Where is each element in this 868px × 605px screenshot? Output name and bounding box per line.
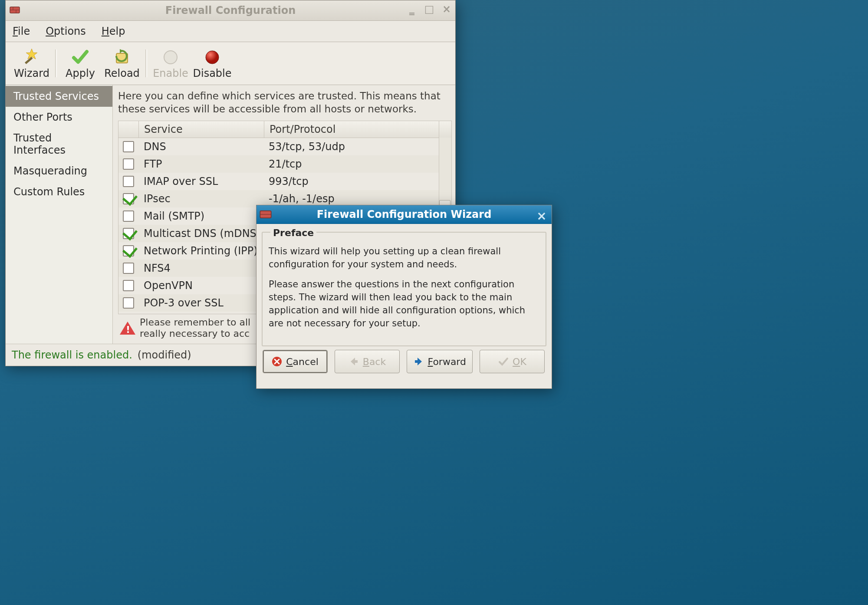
cancel-icon xyxy=(271,356,283,367)
wizard-button-row: Cancel Back Forward OK xyxy=(256,350,552,378)
service-checkbox[interactable] xyxy=(118,263,138,274)
status-enabled: The firewall is enabled. xyxy=(12,349,132,361)
wizard-titlebar[interactable]: Firewall Configuration Wizard × xyxy=(256,205,552,224)
service-name: Network Printing (IPP) xyxy=(138,245,263,257)
service-checkbox[interactable] xyxy=(118,141,138,152)
sidebar-item-custom-rules[interactable]: Custom Rules xyxy=(6,181,112,202)
enable-button: Enable xyxy=(150,47,191,79)
minimize-button[interactable]: ‗ xyxy=(406,4,418,14)
service-checkbox[interactable] xyxy=(118,280,138,291)
service-port: 993/tcp xyxy=(263,175,451,187)
service-checkbox[interactable] xyxy=(118,176,138,187)
main-titlebar[interactable]: Firewall Configuration ‗ □ × xyxy=(6,0,455,21)
sidebar-item-trusted-services[interactable]: Trusted Services xyxy=(6,86,112,107)
wizard-dialog: Firewall Configuration Wizard × Preface … xyxy=(256,205,552,389)
enable-icon xyxy=(161,48,180,66)
table-row[interactable]: IMAP over SSL993/tcp xyxy=(118,173,451,190)
back-button: Back xyxy=(335,350,400,373)
toolbar: Wizard Apply Reload Enable Disable xyxy=(6,42,455,85)
menubar: File Options Help xyxy=(6,21,455,42)
header-port[interactable]: Port/Protocol xyxy=(264,121,439,138)
sidebar-item-masquerading[interactable]: Masquerading xyxy=(6,161,112,181)
sidebar: Trusted Services Other Ports Trusted Int… xyxy=(6,85,113,344)
service-checkbox[interactable] xyxy=(118,158,138,170)
table-header: Service Port/Protocol xyxy=(118,121,451,138)
toolbar-separator xyxy=(145,49,147,77)
menu-help[interactable]: Help xyxy=(102,25,125,37)
service-name: FTP xyxy=(138,158,263,170)
header-check[interactable] xyxy=(118,121,139,138)
service-checkbox[interactable] xyxy=(118,245,138,256)
table-row[interactable]: FTP21/tcp xyxy=(118,155,451,173)
maximize-button[interactable]: □ xyxy=(423,4,435,14)
service-name: Mail (SMTP) xyxy=(138,210,263,222)
menu-file[interactable]: File xyxy=(13,25,30,37)
toolbar-separator xyxy=(55,49,57,77)
header-scroll xyxy=(439,121,451,138)
disable-button[interactable]: Disable xyxy=(191,47,233,79)
service-checkbox[interactable] xyxy=(118,228,138,239)
svg-point-9 xyxy=(206,51,219,64)
close-button[interactable]: × xyxy=(441,4,453,14)
apply-button[interactable]: Apply xyxy=(59,47,101,79)
service-name: DNS xyxy=(138,141,263,153)
service-port: -1/ah, -1/esp xyxy=(263,193,451,205)
svg-point-8 xyxy=(164,51,177,64)
header-service[interactable]: Service xyxy=(139,121,264,138)
table-row[interactable]: DNS53/tcp, 53/udp xyxy=(118,138,451,155)
service-checkbox[interactable] xyxy=(118,210,138,222)
firewall-icon xyxy=(9,4,20,16)
content-description: Here you can define which services are t… xyxy=(118,89,452,115)
disable-icon xyxy=(203,48,221,66)
sidebar-item-other-ports[interactable]: Other Ports xyxy=(6,107,112,128)
cancel-button[interactable]: Cancel xyxy=(263,350,328,373)
forward-arrow-icon xyxy=(413,356,424,367)
reload-icon xyxy=(113,48,131,66)
sidebar-item-trusted-interfaces[interactable]: Trusted Interfaces xyxy=(6,128,112,161)
back-arrow-icon xyxy=(348,356,359,367)
wizard-button[interactable]: Wizard xyxy=(11,47,53,79)
forward-button[interactable]: Forward xyxy=(407,350,473,373)
wand-icon xyxy=(23,48,41,66)
service-name: NFS4 xyxy=(138,262,263,274)
status-modified: (modified) xyxy=(138,349,191,361)
service-name: Multicast DNS (mDNS) xyxy=(138,227,263,240)
service-name: IPsec xyxy=(138,193,263,205)
menu-options[interactable]: Options xyxy=(46,25,86,37)
firewall-icon xyxy=(259,208,272,221)
ok-icon xyxy=(498,356,509,367)
main-title: Firewall Configuration xyxy=(165,4,296,16)
wizard-fieldset: Preface This wizard will help you settin… xyxy=(262,232,546,346)
service-port: 53/tcp, 53/udp xyxy=(263,141,451,153)
service-name: POP-3 over SSL xyxy=(138,297,263,309)
reload-button[interactable]: Reload xyxy=(101,47,143,79)
service-name: OpenVPN xyxy=(138,279,263,292)
check-icon xyxy=(71,48,89,66)
ok-button: OK xyxy=(480,350,545,373)
wizard-close-button[interactable]: × xyxy=(535,207,548,220)
wizard-title: Firewall Configuration Wizard xyxy=(317,208,492,220)
wizard-body-text: This wizard will help you setting up a c… xyxy=(269,245,539,330)
service-checkbox[interactable] xyxy=(118,193,138,204)
service-name: IMAP over SSL xyxy=(138,175,263,187)
wizard-legend: Preface xyxy=(270,227,316,238)
warning-icon xyxy=(120,322,135,335)
service-checkbox[interactable] xyxy=(118,297,138,309)
service-port: 21/tcp xyxy=(263,158,451,170)
